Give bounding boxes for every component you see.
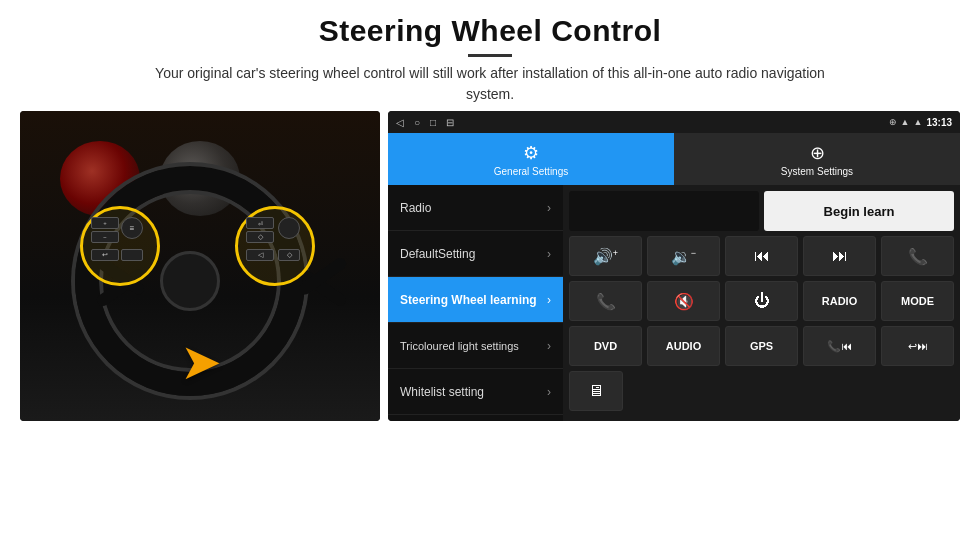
control-row-3: DVD AUDIO GPS 📞⏮ ↩⏭: [569, 326, 954, 366]
chevron-default: ›: [547, 247, 551, 261]
call-next-icon: ↩⏭: [908, 340, 928, 353]
menu-icon[interactable]: ⊟: [446, 117, 454, 128]
next-track-button[interactable]: ⏭: [803, 236, 876, 276]
empty-space: [569, 191, 759, 231]
menu-item-whitelist[interactable]: Whitelist setting ›: [388, 369, 563, 415]
title-divider: [468, 54, 512, 57]
right-button-circle: ⏎ ◇ ◁ ◇: [235, 206, 315, 286]
extra-button[interactable]: 🖥: [569, 371, 623, 411]
hangup-button[interactable]: 📞: [569, 281, 642, 321]
control-panel: Begin learn 🔊+ 🔉− ⏮: [563, 185, 960, 421]
tab-system[interactable]: ⊕ System Settings: [674, 133, 960, 185]
left-button-circle: + − ↩ ≡: [80, 206, 160, 286]
chevron-whitelist: ›: [547, 385, 551, 399]
mute-icon: 🔇: [674, 292, 694, 311]
prev-track-icon: ⏮: [754, 247, 770, 265]
page-wrapper: Steering Wheel Control Your original car…: [0, 0, 980, 545]
steering-wheel-image: + − ↩ ≡ ⏎ ◇ ◁ ◇ ➤: [20, 111, 380, 421]
call-icon: 📞: [908, 247, 928, 266]
menu-tricoloured-label: Tricoloured light settings: [400, 340, 519, 352]
home-icon[interactable]: ○: [414, 117, 420, 128]
menu-whitelist-label: Whitelist setting: [400, 385, 484, 399]
call-button[interactable]: 📞: [881, 236, 954, 276]
menu-default-label: DefaultSetting: [400, 247, 475, 261]
mode-label: MODE: [901, 295, 934, 307]
subtitle-text: Your original car's steering wheel contr…: [140, 63, 840, 105]
radio-label: RADIO: [822, 295, 857, 307]
menu-radio-label: Radio: [400, 201, 431, 215]
hangup-icon: 📞: [596, 292, 616, 311]
menu-item-radio[interactable]: Radio ›: [388, 185, 563, 231]
tab-bar: ⚙ General Settings ⊕ System Settings: [388, 133, 960, 185]
status-bar-right: ⊕ ▲ ▲ 13:13: [889, 117, 952, 128]
dvd-label: DVD: [594, 340, 617, 352]
menu-list: Radio › DefaultSetting › Steering Wheel …: [388, 185, 563, 421]
arrow-indicator: ➤: [180, 333, 222, 391]
system-settings-icon: ⊕: [810, 142, 825, 164]
page-title: Steering Wheel Control: [20, 14, 960, 48]
volume-up-icon: 🔊+: [593, 247, 618, 266]
volume-up-button[interactable]: 🔊+: [569, 236, 642, 276]
back-icon[interactable]: ◁: [396, 117, 404, 128]
menu-steering-label: Steering Wheel learning: [400, 293, 537, 307]
tab-system-label: System Settings: [781, 166, 853, 177]
control-row-1: 🔊+ 🔉− ⏮ ⏭ 📞: [569, 236, 954, 276]
menu-item-default[interactable]: DefaultSetting ›: [388, 231, 563, 277]
content-split: Radio › DefaultSetting › Steering Wheel …: [388, 185, 960, 421]
gps-status-icon: ⊕: [889, 117, 897, 127]
wifi-icon: ▲: [901, 117, 910, 127]
gps-button[interactable]: GPS: [725, 326, 798, 366]
begin-learn-button[interactable]: Begin learn: [764, 191, 954, 231]
menu-item-steering[interactable]: Steering Wheel learning ›: [388, 277, 563, 323]
control-row-4: 🖥: [569, 371, 954, 411]
clock: 13:13: [926, 117, 952, 128]
header-section: Steering Wheel Control Your original car…: [0, 0, 980, 111]
content-area: + − ↩ ≡ ⏎ ◇ ◁ ◇ ➤ ◁ ○: [0, 111, 980, 545]
gps-label: GPS: [750, 340, 773, 352]
radio-button[interactable]: RADIO: [803, 281, 876, 321]
dvd-button[interactable]: DVD: [569, 326, 642, 366]
volume-down-icon: 🔉−: [671, 247, 696, 266]
power-button[interactable]: ⏻: [725, 281, 798, 321]
general-settings-icon: ⚙: [523, 142, 539, 164]
tab-general[interactable]: ⚙ General Settings: [388, 133, 674, 185]
begin-learn-row: Begin learn: [569, 191, 954, 231]
audio-label: AUDIO: [666, 340, 701, 352]
extra-icon: 🖥: [588, 382, 604, 400]
prev-track-button[interactable]: ⏮: [725, 236, 798, 276]
call-prev-icon: 📞⏮: [827, 340, 852, 353]
next-track-icon: ⏭: [832, 247, 848, 265]
status-bar-left: ◁ ○ □ ⊟: [396, 117, 454, 128]
control-row-2: 📞 🔇 ⏻ RADIO MODE: [569, 281, 954, 321]
call-prev-button[interactable]: 📞⏮: [803, 326, 876, 366]
status-bar: ◁ ○ □ ⊟ ⊕ ▲ ▲ 13:13: [388, 111, 960, 133]
signal-icon: ▲: [914, 117, 923, 127]
chevron-radio: ›: [547, 201, 551, 215]
call-next-button[interactable]: ↩⏭: [881, 326, 954, 366]
volume-down-button[interactable]: 🔉−: [647, 236, 720, 276]
mode-button[interactable]: MODE: [881, 281, 954, 321]
audio-button[interactable]: AUDIO: [647, 326, 720, 366]
tab-general-label: General Settings: [494, 166, 569, 177]
chevron-steering: ›: [547, 293, 551, 307]
power-icon: ⏻: [754, 292, 770, 310]
menu-item-tricoloured[interactable]: Tricoloured light settings ›: [388, 323, 563, 369]
chevron-tricoloured: ›: [547, 339, 551, 353]
android-ui: ◁ ○ □ ⊟ ⊕ ▲ ▲ 13:13 ⚙ General Settings: [388, 111, 960, 421]
recents-icon[interactable]: □: [430, 117, 436, 128]
mute-button[interactable]: 🔇: [647, 281, 720, 321]
